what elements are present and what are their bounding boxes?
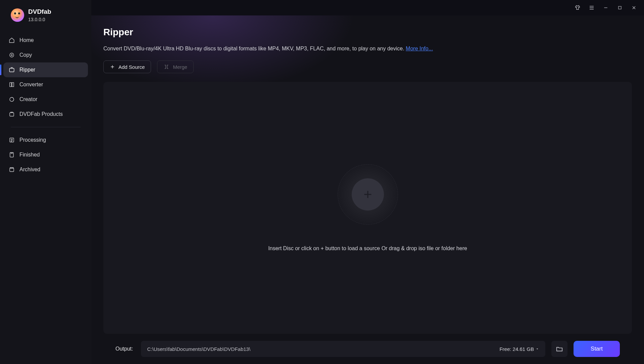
maximize-icon[interactable] [616, 4, 624, 12]
brand: DVDfab 13.0.0.0 [0, 8, 91, 30]
footer: Output: C:\Users\fab\Documents\DVDFab\DV… [103, 334, 632, 364]
sidebar-item-archived[interactable]: Archived [3, 162, 88, 177]
dropzone-plus-button[interactable] [352, 178, 384, 211]
brand-name: DVDfab [28, 8, 51, 15]
menu-icon[interactable] [588, 4, 596, 12]
archived-icon [9, 167, 15, 173]
sidebar-item-label: Processing [19, 137, 46, 143]
sidebar-item-processing[interactable]: Processing [3, 133, 88, 147]
sidebar-item-finished[interactable]: Finished [3, 147, 88, 162]
start-label: Start [591, 346, 603, 352]
svg-point-0 [10, 53, 14, 57]
merge-label: Merge [173, 64, 187, 70]
output-label: Output: [115, 346, 133, 352]
chevron-down-icon [535, 347, 539, 351]
page-title: Ripper [103, 27, 632, 38]
sidebar-item-label: Copy [19, 52, 32, 58]
more-info-link[interactable]: More Info... [406, 46, 433, 51]
sidebar-item-label: DVDFab Products [19, 111, 63, 117]
merge-icon [163, 64, 169, 70]
svg-rect-6 [10, 113, 14, 117]
sidebar-item-ripper[interactable]: Ripper [3, 62, 88, 77]
plus-large-icon [362, 188, 374, 200]
converter-icon [9, 82, 15, 88]
start-button[interactable]: Start [574, 341, 620, 357]
sidebar-item-home[interactable]: Home [3, 33, 88, 48]
skin-icon[interactable] [574, 4, 582, 12]
output-box[interactable]: C:\Users\fab\Documents\DVDFab\DVDFab13\ … [141, 341, 545, 357]
content: Ripper Convert DVD/Blu-ray/4K Ultra HD B… [91, 15, 644, 364]
app-logo [11, 8, 24, 22]
titlebar [91, 0, 644, 15]
brand-version: 13.0.0.0 [28, 17, 51, 22]
sidebar-item-converter[interactable]: Converter [3, 77, 88, 92]
svg-rect-2 [9, 69, 14, 72]
page-description-text: Convert DVD/Blu-ray/4K Ultra HD Blu-ray … [103, 46, 406, 51]
svg-rect-9 [10, 168, 14, 172]
output-path: C:\Users\fab\Documents\DVDFab\DVDFab13\ [147, 346, 250, 352]
svg-point-1 [11, 54, 12, 56]
dropzone[interactable]: Insert Disc or click on + button to load… [103, 82, 632, 334]
processing-icon [9, 137, 15, 143]
close-icon[interactable] [630, 4, 638, 12]
sidebar-item-label: Archived [19, 167, 40, 173]
copy-icon [9, 52, 15, 58]
products-icon [9, 111, 15, 117]
merge-button: Merge [157, 60, 194, 73]
nav-divider [11, 127, 81, 127]
open-folder-button[interactable] [551, 341, 567, 357]
plus-icon [110, 64, 115, 70]
ripper-icon [9, 67, 15, 73]
sidebar: DVDfab 13.0.0.0 Home Copy Ripper [0, 0, 91, 364]
minimize-icon[interactable] [602, 4, 610, 12]
folder-icon [556, 345, 563, 353]
svg-rect-4 [12, 83, 14, 87]
output-free[interactable]: Free: 24.61 GB [499, 346, 539, 352]
output-free-label: Free: 24.61 GB [499, 346, 534, 352]
sidebar-item-label: Creator [19, 96, 37, 102]
add-source-button[interactable]: Add Source [103, 60, 151, 73]
home-icon [9, 37, 15, 43]
svg-rect-3 [10, 83, 11, 87]
finished-icon [9, 152, 15, 158]
main: Ripper Convert DVD/Blu-ray/4K Ultra HD B… [91, 0, 644, 364]
sidebar-item-label: Finished [19, 152, 40, 158]
action-bar: Add Source Merge [103, 60, 632, 73]
sidebar-item-creator[interactable]: Creator [3, 92, 88, 107]
svg-rect-10 [618, 6, 621, 9]
sidebar-item-label: Converter [19, 82, 43, 88]
sidebar-item-label: Home [19, 37, 34, 43]
sidebar-item-label: Ripper [19, 67, 35, 73]
page-description: Convert DVD/Blu-ray/4K Ultra HD Blu-ray … [103, 46, 632, 52]
dropzone-hint: Insert Disc or click on + button to load… [268, 245, 467, 252]
sidebar-item-products[interactable]: DVDFab Products [3, 107, 88, 122]
creator-icon [9, 96, 15, 102]
dropzone-circle [338, 164, 398, 225]
sidebar-item-copy[interactable]: Copy [3, 48, 88, 62]
add-source-label: Add Source [118, 64, 145, 70]
nav-primary: Home Copy Ripper Converter Creator [0, 30, 91, 180]
